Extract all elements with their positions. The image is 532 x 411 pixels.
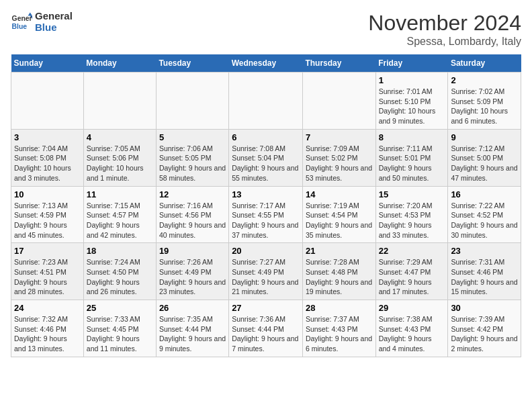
day-number: 28 (306, 303, 373, 313)
calendar-week-row: 10Sunrise: 7:13 AM Sunset: 4:59 PM Dayli… (11, 186, 521, 243)
calendar-cell: 25Sunrise: 7:33 AM Sunset: 4:45 PM Dayli… (83, 300, 156, 357)
day-info: Sunrise: 7:27 AM Sunset: 4:49 PM Dayligh… (232, 257, 300, 297)
calendar-cell: 20Sunrise: 7:27 AM Sunset: 4:49 PM Dayli… (229, 243, 303, 300)
day-info: Sunrise: 7:35 AM Sunset: 4:44 PM Dayligh… (159, 314, 226, 354)
calendar-cell: 22Sunrise: 7:29 AM Sunset: 4:47 PM Dayli… (375, 243, 448, 300)
day-number: 14 (306, 189, 373, 199)
weekday-header: Saturday (448, 54, 521, 73)
weekday-header: Tuesday (156, 54, 228, 73)
weekday-header: Thursday (302, 54, 375, 73)
svg-text:General: General (12, 15, 32, 22)
day-info: Sunrise: 7:38 AM Sunset: 4:43 PM Dayligh… (379, 314, 445, 354)
calendar-cell: 9Sunrise: 7:12 AM Sunset: 5:00 PM Daylig… (448, 129, 521, 186)
day-number: 27 (232, 303, 300, 313)
day-number: 5 (159, 132, 226, 142)
calendar-cell: 26Sunrise: 7:35 AM Sunset: 4:44 PM Dayli… (156, 300, 228, 357)
calendar-cell: 12Sunrise: 7:16 AM Sunset: 4:56 PM Dayli… (156, 186, 228, 243)
day-number: 24 (14, 303, 81, 313)
calendar-cell: 10Sunrise: 7:13 AM Sunset: 4:59 PM Dayli… (11, 186, 84, 243)
calendar-cell: 2Sunrise: 7:02 AM Sunset: 5:09 PM Daylig… (448, 73, 521, 130)
day-number: 17 (14, 246, 81, 256)
day-number: 7 (306, 132, 373, 142)
calendar-cell: 8Sunrise: 7:11 AM Sunset: 5:01 PM Daylig… (375, 129, 448, 186)
svg-marker-2 (28, 12, 32, 15)
day-info: Sunrise: 7:12 AM Sunset: 5:00 PM Dayligh… (451, 144, 518, 183)
day-info: Sunrise: 7:05 AM Sunset: 5:06 PM Dayligh… (87, 144, 153, 183)
day-number: 2 (451, 75, 518, 85)
day-number: 12 (159, 189, 226, 199)
day-info: Sunrise: 7:26 AM Sunset: 4:49 PM Dayligh… (159, 257, 226, 297)
day-info: Sunrise: 7:37 AM Sunset: 4:43 PM Dayligh… (306, 314, 373, 354)
day-number: 18 (87, 246, 153, 256)
weekday-header: Wednesday (229, 54, 303, 73)
day-info: Sunrise: 7:08 AM Sunset: 5:04 PM Dayligh… (232, 144, 300, 183)
calendar-cell: 28Sunrise: 7:37 AM Sunset: 4:43 PM Dayli… (302, 300, 375, 357)
day-info: Sunrise: 7:17 AM Sunset: 4:55 PM Dayligh… (232, 201, 300, 240)
calendar-cell: 29Sunrise: 7:38 AM Sunset: 4:43 PM Dayli… (375, 300, 448, 357)
calendar-cell (302, 73, 375, 130)
day-number: 10 (14, 189, 81, 199)
day-info: Sunrise: 7:01 AM Sunset: 5:10 PM Dayligh… (379, 87, 445, 126)
calendar-week-row: 17Sunrise: 7:23 AM Sunset: 4:51 PM Dayli… (11, 243, 521, 300)
day-info: Sunrise: 7:06 AM Sunset: 5:05 PM Dayligh… (159, 144, 226, 183)
calendar-cell: 11Sunrise: 7:15 AM Sunset: 4:57 PM Dayli… (83, 186, 156, 243)
calendar-cell: 21Sunrise: 7:28 AM Sunset: 4:48 PM Dayli… (302, 243, 375, 300)
logo-line1: General (35, 11, 73, 22)
day-info: Sunrise: 7:39 AM Sunset: 4:42 PM Dayligh… (451, 314, 518, 354)
location: Spessa, Lombardy, Italy (368, 36, 521, 48)
calendar-cell (229, 73, 303, 130)
calendar-cell: 3Sunrise: 7:04 AM Sunset: 5:08 PM Daylig… (11, 129, 84, 186)
page-header: General Blue General Blue November 2024 … (11, 11, 521, 48)
calendar-week-row: 3Sunrise: 7:04 AM Sunset: 5:08 PM Daylig… (11, 129, 521, 186)
calendar-cell: 1Sunrise: 7:01 AM Sunset: 5:10 PM Daylig… (375, 73, 448, 130)
day-info: Sunrise: 7:11 AM Sunset: 5:01 PM Dayligh… (379, 144, 445, 183)
day-number: 16 (451, 189, 518, 199)
day-info: Sunrise: 7:19 AM Sunset: 4:54 PM Dayligh… (306, 201, 373, 240)
calendar-cell (156, 73, 228, 130)
day-number: 11 (87, 189, 153, 199)
day-info: Sunrise: 7:13 AM Sunset: 4:59 PM Dayligh… (14, 201, 81, 240)
calendar-cell: 15Sunrise: 7:20 AM Sunset: 4:53 PM Dayli… (375, 186, 448, 243)
day-number: 13 (232, 189, 300, 199)
day-number: 22 (379, 246, 445, 256)
calendar-cell: 5Sunrise: 7:06 AM Sunset: 5:05 PM Daylig… (156, 129, 228, 186)
calendar-cell: 7Sunrise: 7:09 AM Sunset: 5:02 PM Daylig… (302, 129, 375, 186)
day-info: Sunrise: 7:32 AM Sunset: 4:46 PM Dayligh… (14, 314, 81, 354)
day-info: Sunrise: 7:22 AM Sunset: 4:52 PM Dayligh… (451, 201, 518, 240)
calendar-cell: 30Sunrise: 7:39 AM Sunset: 4:42 PM Dayli… (448, 300, 521, 357)
calendar-cell: 17Sunrise: 7:23 AM Sunset: 4:51 PM Dayli… (11, 243, 84, 300)
day-info: Sunrise: 7:36 AM Sunset: 4:44 PM Dayligh… (232, 314, 300, 354)
day-info: Sunrise: 7:04 AM Sunset: 5:08 PM Dayligh… (14, 144, 81, 183)
day-info: Sunrise: 7:15 AM Sunset: 4:57 PM Dayligh… (87, 201, 153, 240)
calendar-cell: 19Sunrise: 7:26 AM Sunset: 4:49 PM Dayli… (156, 243, 228, 300)
day-number: 30 (451, 303, 518, 313)
svg-text:Blue: Blue (12, 22, 28, 30)
day-number: 19 (159, 246, 226, 256)
day-info: Sunrise: 7:29 AM Sunset: 4:47 PM Dayligh… (379, 257, 445, 297)
day-number: 23 (451, 246, 518, 256)
calendar-cell: 13Sunrise: 7:17 AM Sunset: 4:55 PM Dayli… (229, 186, 303, 243)
calendar-week-row: 1Sunrise: 7:01 AM Sunset: 5:10 PM Daylig… (11, 73, 521, 130)
title-block: November 2024 Spessa, Lombardy, Italy (368, 11, 521, 48)
calendar-cell (83, 73, 156, 130)
day-info: Sunrise: 7:31 AM Sunset: 4:46 PM Dayligh… (451, 257, 518, 297)
day-info: Sunrise: 7:09 AM Sunset: 5:02 PM Dayligh… (306, 144, 373, 183)
day-number: 21 (306, 246, 373, 256)
calendar-cell (11, 73, 84, 130)
day-info: Sunrise: 7:20 AM Sunset: 4:53 PM Dayligh… (379, 201, 445, 240)
logo: General Blue General Blue (11, 11, 73, 33)
calendar-cell: 6Sunrise: 7:08 AM Sunset: 5:04 PM Daylig… (229, 129, 303, 186)
calendar-cell: 4Sunrise: 7:05 AM Sunset: 5:06 PM Daylig… (83, 129, 156, 186)
day-info: Sunrise: 7:33 AM Sunset: 4:45 PM Dayligh… (87, 314, 153, 354)
day-number: 6 (232, 132, 300, 142)
day-number: 29 (379, 303, 445, 313)
day-info: Sunrise: 7:16 AM Sunset: 4:56 PM Dayligh… (159, 201, 226, 240)
day-info: Sunrise: 7:23 AM Sunset: 4:51 PM Dayligh… (14, 257, 81, 297)
calendar-cell: 23Sunrise: 7:31 AM Sunset: 4:46 PM Dayli… (448, 243, 521, 300)
calendar-cell: 16Sunrise: 7:22 AM Sunset: 4:52 PM Dayli… (448, 186, 521, 243)
weekday-header-row: SundayMondayTuesdayWednesdayThursdayFrid… (11, 54, 521, 73)
day-info: Sunrise: 7:28 AM Sunset: 4:48 PM Dayligh… (306, 257, 373, 297)
calendar-cell: 18Sunrise: 7:24 AM Sunset: 4:50 PM Dayli… (83, 243, 156, 300)
weekday-header: Friday (375, 54, 448, 73)
day-info: Sunrise: 7:24 AM Sunset: 4:50 PM Dayligh… (87, 257, 153, 297)
